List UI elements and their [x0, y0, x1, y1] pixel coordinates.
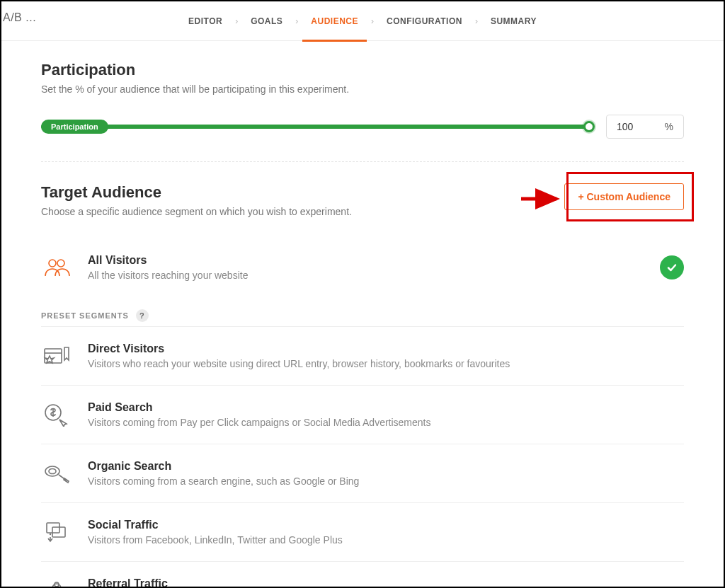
audience-all-visitors[interactable]: All Visitors All the visitors reaching y…: [41, 238, 684, 296]
preset-segments-header: PRESET SEGMENTS ?: [41, 309, 684, 322]
segment-referral-traffic[interactable]: Referral Traffic Visitors from ads, butt…: [41, 561, 684, 588]
slider-thumb[interactable]: [583, 121, 595, 132]
segment-title: Social Traffic: [88, 519, 684, 531]
tab-audience[interactable]: AUDIENCE: [307, 1, 362, 41]
custom-audience-button[interactable]: + Custom Audience: [564, 183, 684, 210]
svg-point-2: [57, 260, 64, 267]
chevron-right-icon: ›: [292, 16, 301, 26]
segment-desc: Visitors coming from a search engine, su…: [88, 475, 684, 487]
svg-point-1: [49, 260, 56, 267]
social-share-icon: [41, 520, 72, 544]
slider-track: [41, 125, 589, 129]
svg-point-5: [45, 466, 59, 476]
referral-people-icon: [41, 579, 72, 588]
chevron-right-icon: ›: [232, 16, 241, 26]
participation-percent-input[interactable]: [617, 121, 648, 132]
help-icon[interactable]: ?: [136, 309, 149, 322]
segment-title: Direct Visitors: [88, 342, 684, 355]
percent-unit: %: [665, 121, 673, 132]
tab-goals[interactable]: GOALS: [246, 1, 287, 41]
svg-point-6: [49, 469, 56, 474]
participation-title: Participation: [41, 61, 684, 79]
segment-desc: Visitors who reach your website using di…: [88, 358, 684, 369]
tab-configuration[interactable]: CONFIGURATION: [382, 1, 467, 41]
participation-badge: Participation: [41, 120, 108, 134]
segment-organic-search[interactable]: Organic Search Visitors coming from a se…: [41, 444, 684, 502]
segment-direct-visitors[interactable]: Direct Visitors Visitors who reach your …: [41, 326, 684, 385]
svg-rect-7: [47, 523, 59, 533]
tab-summary[interactable]: SUMMARY: [486, 1, 541, 41]
segment-title: Paid Search: [88, 401, 684, 414]
segment-desc: Visitors coming from Pay per Click campa…: [88, 417, 684, 428]
target-audience-subtitle: Choose a specific audience segment on wh…: [41, 206, 352, 217]
target-audience-title: Target Audience: [41, 183, 352, 202]
segment-title: Referral Traffic: [88, 577, 684, 588]
segment-social-traffic[interactable]: Social Traffic Visitors from Facebook, L…: [41, 502, 684, 561]
selected-check-icon: [660, 255, 684, 279]
page-title: A/B ...: [0, 11, 36, 24]
segment-title: Organic Search: [88, 460, 684, 473]
chevron-right-icon: ›: [368, 16, 377, 26]
svg-point-9: [50, 534, 51, 535]
participation-subtitle: Set the % of your audience that will be …: [41, 83, 684, 95]
tab-editor[interactable]: EDITOR: [184, 1, 227, 41]
annotation-arrow-icon: [520, 186, 562, 212]
all-visitors-title: All Visitors: [88, 254, 644, 267]
step-tabs: EDITOR › GOALS › AUDIENCE › CONFIGURATIO…: [1, 1, 724, 41]
segment-desc: Visitors from Facebook, LinkedIn, Twitte…: [88, 534, 684, 546]
segment-paid-search[interactable]: Paid Search Visitors coming from Pay per…: [41, 385, 684, 444]
preset-segments-label: PRESET SEGMENTS: [41, 311, 129, 320]
all-visitors-desc: All the visitors reaching your website: [88, 270, 644, 281]
participation-percent-field[interactable]: %: [606, 115, 684, 139]
bookmark-browser-icon: [41, 345, 72, 367]
magnifier-icon: [41, 463, 72, 484]
chevron-right-icon: ›: [472, 16, 481, 26]
paid-click-icon: [41, 403, 72, 427]
svg-rect-8: [52, 527, 65, 537]
participation-slider[interactable]: Participation: [41, 118, 589, 135]
people-icon: [41, 256, 72, 279]
